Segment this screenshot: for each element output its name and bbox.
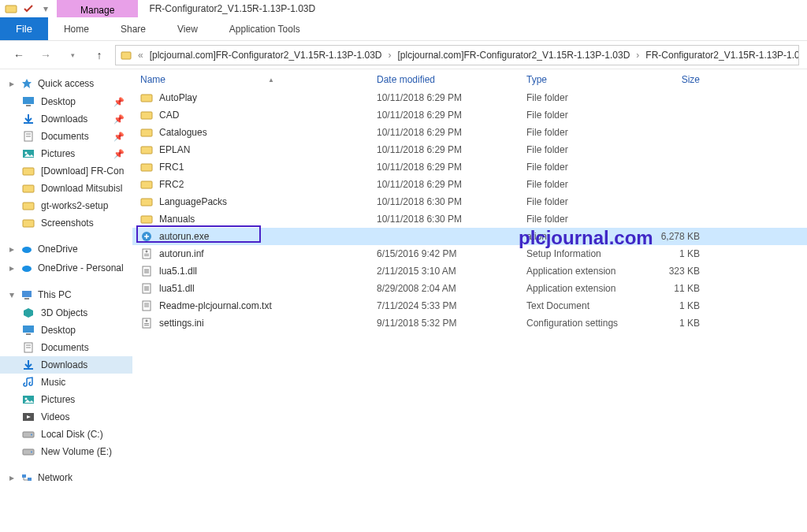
address-chevron-icon[interactable]: ›: [385, 50, 395, 61]
file-date: 10/11/2018 6:29 PM: [377, 92, 526, 103]
sidebar-item[interactable]: [Download] FR-Con: [0, 162, 132, 180]
sidebar-item-label: Documents: [41, 131, 89, 142]
star-icon: [20, 77, 33, 90]
sidebar-item[interactable]: Documents: [0, 339, 132, 356]
folder-icon: [22, 199, 35, 212]
explorer-app-icon: [5, 2, 17, 15]
breadcrumb[interactable]: [plcjournal.com]FR-Configurator2_V1.15R-…: [398, 50, 630, 61]
address-bar[interactable]: « [plcjournal.com]FR-Configurator2_V1.15…: [115, 45, 799, 65]
breadcrumb[interactable]: FR-Configurator2_V1.15R-1.13P-1.03D: [645, 50, 799, 61]
file-row[interactable]: Manuals10/11/2018 6:30 PMFile folder: [132, 210, 807, 228]
chevron-right-icon[interactable]: ▸: [8, 78, 16, 89]
file-row[interactable]: Readme-plcjournal.com.txt7/11/2024 5:33 …: [132, 297, 807, 314]
svg-rect-49: [144, 269, 149, 273]
ribbon-tab-share[interactable]: Share: [105, 17, 162, 40]
svg-rect-40: [141, 181, 152, 188]
file-row[interactable]: FRC210/11/2018 6:29 PMFile folder: [132, 176, 807, 193]
svg-rect-13: [23, 203, 34, 210]
svg-marker-2: [22, 79, 32, 88]
sidebar-item[interactable]: Downloads📌: [0, 110, 132, 128]
sidebar-group-label: OneDrive - Personal: [38, 262, 124, 273]
ribbon-file-tab[interactable]: File: [0, 17, 48, 40]
sidebar-item[interactable]: Downloads: [0, 356, 132, 374]
drive-icon: [22, 428, 35, 441]
column-header-date[interactable]: Date modified: [377, 74, 526, 85]
ribbon-tab-application-tools[interactable]: Application Tools: [214, 17, 316, 40]
file-date: 10/11/2018 6:29 PM: [377, 179, 526, 190]
sidebar-item[interactable]: Music: [0, 374, 132, 391]
sidebar-item[interactable]: New Volume (E:): [0, 443, 132, 460]
sidebar-item[interactable]: 3D Objects: [0, 304, 132, 322]
ribbon-context-title[interactable]: Manage: [57, 0, 138, 17]
file-row[interactable]: autorun.exeation6,278 KB: [132, 228, 807, 245]
sidebar-item[interactable]: gt-works2-setup: [0, 197, 132, 214]
sidebar-group-network[interactable]: ▸ Network: [0, 468, 132, 487]
address-chevron-icon[interactable]: ›: [633, 50, 642, 61]
file-row[interactable]: FRC110/11/2018 6:29 PMFile folder: [132, 158, 807, 176]
nav-forward-button[interactable]: →: [35, 44, 57, 66]
sidebar-item[interactable]: Download Mitsubisl: [0, 180, 132, 197]
svg-point-10: [25, 152, 28, 154]
svg-rect-41: [141, 199, 152, 206]
sidebar-item[interactable]: Pictures📌: [0, 145, 132, 162]
file-type: File folder: [526, 214, 637, 225]
svg-rect-59: [144, 325, 149, 326]
sidebar-item-label: gt-works2-setup: [41, 200, 108, 211]
address-folder-icon: [121, 49, 132, 61]
sidebar-group-quick-access[interactable]: ▸ Quick access: [0, 74, 132, 93]
sidebar-item[interactable]: Local Disk (C:): [0, 426, 132, 443]
folder-icon: [140, 126, 153, 139]
pin-icon: 📌: [113, 114, 125, 125]
chevron-right-icon[interactable]: ▸: [8, 262, 16, 273]
chevron-right-icon[interactable]: ▸: [8, 244, 16, 255]
nav-up-button[interactable]: ↑: [88, 44, 110, 66]
file-row[interactable]: Catalogues10/11/2018 6:29 PMFile folder: [132, 124, 807, 141]
svg-rect-12: [23, 185, 34, 192]
address-chevron-icon[interactable]: «: [135, 50, 147, 61]
ribbon-tab-home[interactable]: Home: [48, 17, 105, 40]
sidebar-group-this-pc[interactable]: ▾ This PC: [0, 285, 132, 304]
file-row[interactable]: AutoPlay10/11/2018 6:29 PMFile folder: [132, 89, 807, 106]
file-name: lua5.1.dll: [159, 266, 197, 277]
svg-rect-3: [23, 97, 34, 104]
sidebar-item[interactable]: Videos: [0, 408, 132, 426]
sidebar-item[interactable]: Screenshots: [0, 214, 132, 232]
sidebar-item[interactable]: Pictures: [0, 391, 132, 408]
qat-properties-icon[interactable]: [22, 2, 35, 15]
sidebar-group-onedrive-personal[interactable]: ▸ OneDrive - Personal: [0, 259, 132, 277]
nav-back-button[interactable]: ←: [8, 44, 30, 66]
sidebar-item-label: Desktop: [41, 96, 76, 107]
file-type: File folder: [526, 196, 637, 207]
svg-point-26: [25, 398, 28, 400]
file-row[interactable]: lua51.dll8/29/2008 2:04 AMApplication ex…: [132, 280, 807, 297]
file-size: 11 KB: [637, 283, 700, 294]
sidebar-item[interactable]: Desktop📌: [0, 93, 132, 110]
file-row[interactable]: settings.ini9/11/2018 5:32 PMConfigurati…: [132, 314, 807, 332]
sidebar-group-onedrive[interactable]: ▸ OneDrive: [0, 240, 132, 259]
file-row[interactable]: autorun.inf6/15/2016 9:42 PMSetup Inform…: [132, 245, 807, 262]
folder-icon: [22, 217, 35, 229]
file-row[interactable]: EPLAN10/11/2018 6:29 PMFile folder: [132, 141, 807, 158]
column-header-type[interactable]: Type: [526, 74, 637, 85]
nav-recent-dropdown[interactable]: ▾: [61, 44, 84, 66]
ribbon-tab-view[interactable]: View: [162, 17, 214, 40]
chevron-down-icon[interactable]: ▾: [8, 289, 16, 300]
chevron-right-icon[interactable]: ▸: [8, 472, 16, 483]
main-split: ▸ Quick access Desktop📌Downloads📌Documen…: [0, 69, 807, 532]
breadcrumb[interactable]: [plcjournal.com]FR-Configurator2_V1.15R-…: [150, 50, 382, 61]
folder-icon: [140, 195, 153, 208]
file-row[interactable]: LanguagePacks10/11/2018 6:30 PMFile fold…: [132, 193, 807, 210]
sidebar-item[interactable]: Desktop: [0, 322, 132, 339]
file-row[interactable]: CAD10/11/2018 6:29 PMFile folder: [132, 106, 807, 124]
column-header-name[interactable]: Name ▲: [140, 74, 377, 85]
file-row[interactable]: lua5.1.dll2/11/2015 3:10 AMApplication e…: [132, 262, 807, 280]
documents-icon: [22, 130, 35, 143]
pin-icon: 📌: [113, 97, 125, 107]
file-size: 1 KB: [637, 248, 700, 259]
column-header-size[interactable]: Size: [637, 74, 700, 85]
qat-dropdown-icon[interactable]: ▾: [39, 2, 52, 15]
sidebar-item-label: Downloads: [41, 113, 87, 125]
sidebar-item[interactable]: Documents📌: [0, 128, 132, 145]
file-date: 9/11/2018 5:32 PM: [377, 318, 526, 329]
window-title: FR-Configurator2_V1.15R-1.13P-1.03D: [138, 0, 326, 17]
